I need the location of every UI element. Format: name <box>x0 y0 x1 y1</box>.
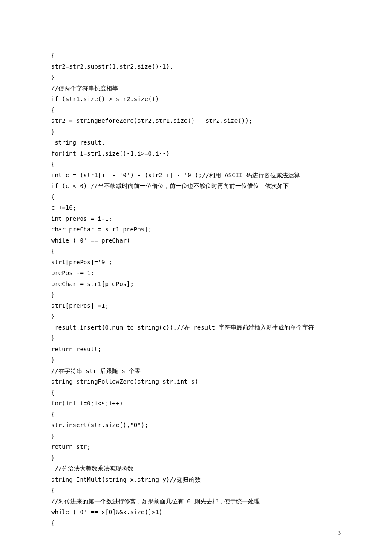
code-line: //在字符串 str 后跟随 s 个零 <box>51 366 341 377</box>
code-line: { <box>51 387 341 399</box>
code-line: } <box>51 127 341 138</box>
code-line: str1[prePos]-=1; <box>51 301 341 312</box>
code-line: int prePos = i-1; <box>51 214 341 225</box>
code-line: str1[prePos]='9'; <box>51 257 341 268</box>
code-line: string result; <box>51 137 341 148</box>
code-line: } <box>51 311 341 322</box>
code-line: //使两个字符串长度相等 <box>51 83 341 94</box>
code-line: return str; <box>51 442 341 453</box>
code-line: for(int i=0;i<s;i++) <box>51 398 341 409</box>
code-line: if (str1.size() > str2.size()) <box>51 94 341 105</box>
code-line: char preChar = str1[prePos]; <box>51 224 341 235</box>
code-line: while ('0' == x[0]&&x.size()>1) <box>51 507 341 518</box>
code-line: c +=10; <box>51 202 341 214</box>
code-line: //对传进来的第一个数进行修剪，如果前面几位有 0 则先去掉，便于统一处理 <box>51 496 341 507</box>
code-line: { <box>51 409 341 420</box>
code-line: //分治法大整数乘法实现函数 <box>51 463 341 474</box>
code-line: { <box>51 246 341 257</box>
code-line: string IntMult(string x,string y)//递归函数 <box>51 474 341 486</box>
code-line: } <box>51 333 341 344</box>
code-line: } <box>51 355 341 366</box>
code-line: str.insert(str.size(),"0"); <box>51 420 341 431</box>
code-line: while ('0' == preChar) <box>51 235 341 246</box>
code-line: string stringFollowZero(string str,int s… <box>51 376 341 387</box>
code-line: prePos -= 1; <box>51 268 341 279</box>
code-line: { <box>51 192 341 203</box>
code-line: result.insert(0,num_to_string(c));//在 re… <box>51 322 341 333</box>
code-line: { <box>51 518 341 529</box>
code-line: { <box>51 159 341 170</box>
code-line: } <box>51 289 341 301</box>
code-line: } <box>51 72 341 83</box>
code-line: { <box>51 50 341 61</box>
code-line: return result; <box>51 344 341 355</box>
code-line: str2 = stringBeforeZero(str2,str1.size()… <box>51 116 341 127</box>
code-line: for(int i=str1.size()-1;i>=0;i--) <box>51 148 341 159</box>
code-line: { <box>51 105 341 116</box>
code-line: str2=str2.substr(1,str2.size()-1); <box>51 61 341 72</box>
code-line: int c = (str1[i] - '0') - (str2[i] - '0'… <box>51 170 341 181</box>
code-line: if (c < 0) //当不够减时向前一位借位，前一位也不够位时再向前一位借位… <box>51 181 341 192</box>
code-line: preChar = str1[prePos]; <box>51 279 341 290</box>
page-number: 3 <box>338 530 341 536</box>
code-line: { <box>51 485 341 496</box>
document-page: {str2=str2.substr(1,str2.size()-1);}//使两… <box>0 0 392 529</box>
code-block: {str2=str2.substr(1,str2.size()-1);}//使两… <box>51 50 341 529</box>
code-line: } <box>51 453 341 464</box>
code-line: } <box>51 431 341 442</box>
